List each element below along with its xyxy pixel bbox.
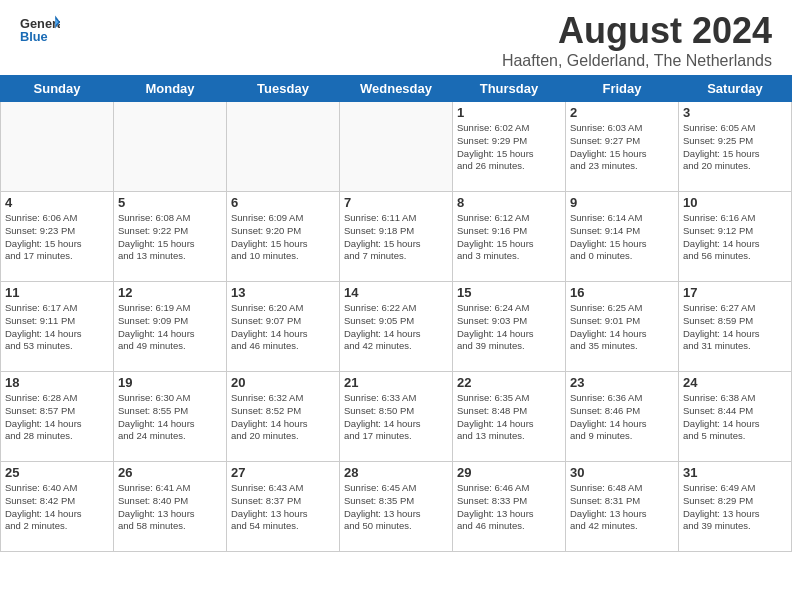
day-info: Sunrise: 6:43 AM Sunset: 8:37 PM Dayligh… xyxy=(231,482,335,533)
calendar-day-cell: 23Sunrise: 6:36 AM Sunset: 8:46 PM Dayli… xyxy=(566,372,679,462)
location-subtitle: Haaften, Gelderland, The Netherlands xyxy=(502,52,772,70)
day-number: 11 xyxy=(5,285,109,300)
day-info: Sunrise: 6:09 AM Sunset: 9:20 PM Dayligh… xyxy=(231,212,335,263)
day-info: Sunrise: 6:27 AM Sunset: 8:59 PM Dayligh… xyxy=(683,302,787,353)
calendar-day-cell: 8Sunrise: 6:12 AM Sunset: 9:16 PM Daylig… xyxy=(453,192,566,282)
day-number: 21 xyxy=(344,375,448,390)
day-number: 15 xyxy=(457,285,561,300)
day-info: Sunrise: 6:14 AM Sunset: 9:14 PM Dayligh… xyxy=(570,212,674,263)
day-info: Sunrise: 6:11 AM Sunset: 9:18 PM Dayligh… xyxy=(344,212,448,263)
calendar-week-row: 11Sunrise: 6:17 AM Sunset: 9:11 PM Dayli… xyxy=(1,282,792,372)
day-of-week-header: Wednesday xyxy=(340,76,453,102)
day-number: 25 xyxy=(5,465,109,480)
calendar-day-cell: 22Sunrise: 6:35 AM Sunset: 8:48 PM Dayli… xyxy=(453,372,566,462)
day-number: 5 xyxy=(118,195,222,210)
day-info: Sunrise: 6:28 AM Sunset: 8:57 PM Dayligh… xyxy=(5,392,109,443)
day-number: 1 xyxy=(457,105,561,120)
day-number: 31 xyxy=(683,465,787,480)
day-info: Sunrise: 6:05 AM Sunset: 9:25 PM Dayligh… xyxy=(683,122,787,173)
day-info: Sunrise: 6:03 AM Sunset: 9:27 PM Dayligh… xyxy=(570,122,674,173)
day-info: Sunrise: 6:41 AM Sunset: 8:40 PM Dayligh… xyxy=(118,482,222,533)
calendar-day-cell: 3Sunrise: 6:05 AM Sunset: 9:25 PM Daylig… xyxy=(679,102,792,192)
day-number: 23 xyxy=(570,375,674,390)
calendar-day-cell: 5Sunrise: 6:08 AM Sunset: 9:22 PM Daylig… xyxy=(114,192,227,282)
day-info: Sunrise: 6:38 AM Sunset: 8:44 PM Dayligh… xyxy=(683,392,787,443)
day-number: 14 xyxy=(344,285,448,300)
day-number: 20 xyxy=(231,375,335,390)
calendar-day-cell: 30Sunrise: 6:48 AM Sunset: 8:31 PM Dayli… xyxy=(566,462,679,552)
day-info: Sunrise: 6:35 AM Sunset: 8:48 PM Dayligh… xyxy=(457,392,561,443)
day-info: Sunrise: 6:25 AM Sunset: 9:01 PM Dayligh… xyxy=(570,302,674,353)
day-number: 22 xyxy=(457,375,561,390)
day-of-week-header: Tuesday xyxy=(227,76,340,102)
calendar-day-cell xyxy=(227,102,340,192)
calendar-day-cell: 15Sunrise: 6:24 AM Sunset: 9:03 PM Dayli… xyxy=(453,282,566,372)
day-number: 7 xyxy=(344,195,448,210)
calendar-week-row: 1Sunrise: 6:02 AM Sunset: 9:29 PM Daylig… xyxy=(1,102,792,192)
day-info: Sunrise: 6:33 AM Sunset: 8:50 PM Dayligh… xyxy=(344,392,448,443)
calendar-day-cell: 14Sunrise: 6:22 AM Sunset: 9:05 PM Dayli… xyxy=(340,282,453,372)
calendar-day-cell: 27Sunrise: 6:43 AM Sunset: 8:37 PM Dayli… xyxy=(227,462,340,552)
days-header-row: SundayMondayTuesdayWednesdayThursdayFrid… xyxy=(1,76,792,102)
day-info: Sunrise: 6:45 AM Sunset: 8:35 PM Dayligh… xyxy=(344,482,448,533)
calendar-day-cell: 1Sunrise: 6:02 AM Sunset: 9:29 PM Daylig… xyxy=(453,102,566,192)
day-number: 6 xyxy=(231,195,335,210)
day-number: 8 xyxy=(457,195,561,210)
calendar-day-cell: 31Sunrise: 6:49 AM Sunset: 8:29 PM Dayli… xyxy=(679,462,792,552)
title-section: August 2024 Haaften, Gelderland, The Net… xyxy=(502,10,772,70)
calendar-day-cell: 12Sunrise: 6:19 AM Sunset: 9:09 PM Dayli… xyxy=(114,282,227,372)
calendar-day-cell: 6Sunrise: 6:09 AM Sunset: 9:20 PM Daylig… xyxy=(227,192,340,282)
day-number: 10 xyxy=(683,195,787,210)
calendar-day-cell: 28Sunrise: 6:45 AM Sunset: 8:35 PM Dayli… xyxy=(340,462,453,552)
calendar-day-cell: 24Sunrise: 6:38 AM Sunset: 8:44 PM Dayli… xyxy=(679,372,792,462)
day-of-week-header: Monday xyxy=(114,76,227,102)
calendar-day-cell: 19Sunrise: 6:30 AM Sunset: 8:55 PM Dayli… xyxy=(114,372,227,462)
calendar-day-cell: 25Sunrise: 6:40 AM Sunset: 8:42 PM Dayli… xyxy=(1,462,114,552)
logo: General Blue xyxy=(20,10,60,50)
day-number: 2 xyxy=(570,105,674,120)
calendar-day-cell: 20Sunrise: 6:32 AM Sunset: 8:52 PM Dayli… xyxy=(227,372,340,462)
day-of-week-header: Sunday xyxy=(1,76,114,102)
day-info: Sunrise: 6:24 AM Sunset: 9:03 PM Dayligh… xyxy=(457,302,561,353)
calendar-day-cell: 16Sunrise: 6:25 AM Sunset: 9:01 PM Dayli… xyxy=(566,282,679,372)
day-info: Sunrise: 6:16 AM Sunset: 9:12 PM Dayligh… xyxy=(683,212,787,263)
day-info: Sunrise: 6:12 AM Sunset: 9:16 PM Dayligh… xyxy=(457,212,561,263)
calendar-week-row: 4Sunrise: 6:06 AM Sunset: 9:23 PM Daylig… xyxy=(1,192,792,282)
calendar-body: 1Sunrise: 6:02 AM Sunset: 9:29 PM Daylig… xyxy=(1,102,792,552)
day-info: Sunrise: 6:46 AM Sunset: 8:33 PM Dayligh… xyxy=(457,482,561,533)
day-number: 16 xyxy=(570,285,674,300)
day-number: 19 xyxy=(118,375,222,390)
calendar-day-cell: 17Sunrise: 6:27 AM Sunset: 8:59 PM Dayli… xyxy=(679,282,792,372)
day-number: 27 xyxy=(231,465,335,480)
day-info: Sunrise: 6:06 AM Sunset: 9:23 PM Dayligh… xyxy=(5,212,109,263)
calendar-day-cell: 10Sunrise: 6:16 AM Sunset: 9:12 PM Dayli… xyxy=(679,192,792,282)
day-info: Sunrise: 6:08 AM Sunset: 9:22 PM Dayligh… xyxy=(118,212,222,263)
calendar-day-cell: 29Sunrise: 6:46 AM Sunset: 8:33 PM Dayli… xyxy=(453,462,566,552)
day-number: 9 xyxy=(570,195,674,210)
day-number: 3 xyxy=(683,105,787,120)
month-year-title: August 2024 xyxy=(502,10,772,52)
day-number: 24 xyxy=(683,375,787,390)
calendar-day-cell: 21Sunrise: 6:33 AM Sunset: 8:50 PM Dayli… xyxy=(340,372,453,462)
svg-text:Blue: Blue xyxy=(20,29,48,44)
day-info: Sunrise: 6:19 AM Sunset: 9:09 PM Dayligh… xyxy=(118,302,222,353)
calendar-day-cell: 9Sunrise: 6:14 AM Sunset: 9:14 PM Daylig… xyxy=(566,192,679,282)
calendar-day-cell: 7Sunrise: 6:11 AM Sunset: 9:18 PM Daylig… xyxy=(340,192,453,282)
day-info: Sunrise: 6:30 AM Sunset: 8:55 PM Dayligh… xyxy=(118,392,222,443)
day-number: 29 xyxy=(457,465,561,480)
day-info: Sunrise: 6:49 AM Sunset: 8:29 PM Dayligh… xyxy=(683,482,787,533)
day-number: 26 xyxy=(118,465,222,480)
day-number: 4 xyxy=(5,195,109,210)
calendar-day-cell: 13Sunrise: 6:20 AM Sunset: 9:07 PM Dayli… xyxy=(227,282,340,372)
calendar-day-cell: 26Sunrise: 6:41 AM Sunset: 8:40 PM Dayli… xyxy=(114,462,227,552)
day-number: 30 xyxy=(570,465,674,480)
day-info: Sunrise: 6:17 AM Sunset: 9:11 PM Dayligh… xyxy=(5,302,109,353)
day-of-week-header: Thursday xyxy=(453,76,566,102)
day-info: Sunrise: 6:48 AM Sunset: 8:31 PM Dayligh… xyxy=(570,482,674,533)
day-of-week-header: Saturday xyxy=(679,76,792,102)
calendar-week-row: 25Sunrise: 6:40 AM Sunset: 8:42 PM Dayli… xyxy=(1,462,792,552)
day-number: 12 xyxy=(118,285,222,300)
calendar-day-cell: 18Sunrise: 6:28 AM Sunset: 8:57 PM Dayli… xyxy=(1,372,114,462)
calendar-day-cell xyxy=(114,102,227,192)
logo-icon: General Blue xyxy=(20,10,60,50)
